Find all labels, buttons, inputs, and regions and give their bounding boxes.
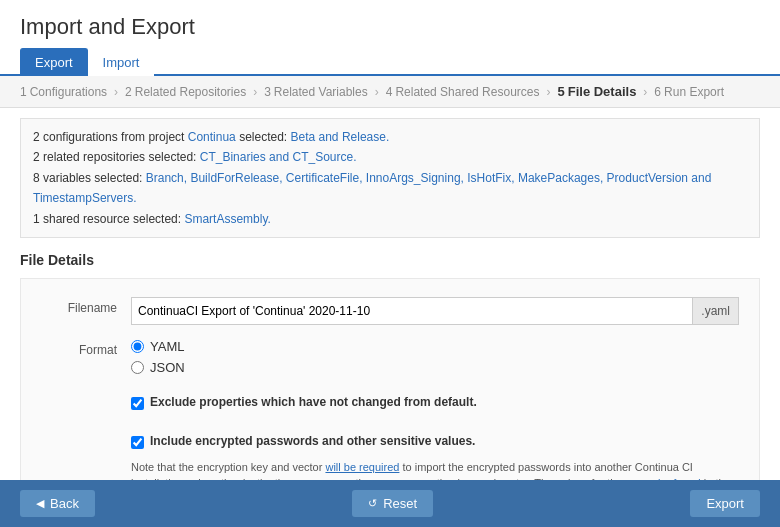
footer-bar: ◀ Back ↺ Reset Export bbox=[0, 480, 780, 527]
step-run-export: 6 Run Export bbox=[654, 85, 724, 99]
steps-bar: 1 Configurations › 2 Related Repositorie… bbox=[0, 76, 780, 108]
radio-json-label: JSON bbox=[150, 360, 185, 375]
arrow-2: › bbox=[253, 85, 257, 99]
step-file-details: 5 File Details bbox=[557, 84, 636, 99]
exclude-props-label: Exclude properties which have not change… bbox=[150, 395, 477, 409]
back-icon: ◀ bbox=[36, 497, 44, 510]
summary-line3: 8 variables selected: Branch, BuildForRe… bbox=[33, 168, 747, 209]
radio-yaml-row: YAML bbox=[131, 339, 739, 354]
filename-label: Filename bbox=[41, 297, 131, 315]
step-related-repos: 2 Related Repositories bbox=[125, 85, 246, 99]
exclude-props-row: Exclude properties which have not change… bbox=[131, 395, 739, 410]
radio-yaml-label: YAML bbox=[150, 339, 184, 354]
tab-import[interactable]: Import bbox=[88, 48, 155, 76]
radio-json-row: JSON bbox=[131, 360, 739, 375]
summary-box: 2 configurations from project Continua s… bbox=[20, 118, 760, 238]
checkbox1-row: Exclude properties which have not change… bbox=[41, 395, 739, 420]
summary-line2: 2 related repositories selected: CT_Bina… bbox=[33, 147, 747, 167]
tabs-bar: Export Import bbox=[0, 48, 780, 76]
radio-json[interactable] bbox=[131, 361, 144, 374]
arrow-5: › bbox=[643, 85, 647, 99]
tab-export[interactable]: Export bbox=[20, 48, 88, 76]
arrow-4: › bbox=[546, 85, 550, 99]
section-title: File Details bbox=[20, 252, 760, 268]
format-label: Format bbox=[41, 339, 131, 357]
reset-icon: ↺ bbox=[368, 497, 377, 510]
step-related-vars: 3 Related Variables bbox=[264, 85, 368, 99]
filename-control: .yaml bbox=[131, 297, 739, 325]
summary-line4: 1 shared resource selected: SmartAssembl… bbox=[33, 209, 747, 229]
filename-input[interactable] bbox=[131, 297, 693, 325]
exclude-props-checkbox[interactable] bbox=[131, 397, 144, 410]
format-control: YAML JSON bbox=[131, 339, 739, 381]
radio-yaml[interactable] bbox=[131, 340, 144, 353]
back-button[interactable]: ◀ Back bbox=[20, 490, 95, 517]
summary-line1: 2 configurations from project Continua s… bbox=[33, 127, 747, 147]
filename-row: Filename .yaml bbox=[41, 297, 739, 325]
arrow-1: › bbox=[114, 85, 118, 99]
step-configurations: 1 Configurations bbox=[20, 85, 107, 99]
include-passwords-row: Include encrypted passwords and other se… bbox=[131, 434, 739, 449]
include-passwords-label: Include encrypted passwords and other se… bbox=[150, 434, 475, 448]
filename-ext: .yaml bbox=[693, 297, 739, 325]
page-title: Import and Export bbox=[0, 0, 780, 48]
reset-button[interactable]: ↺ Reset bbox=[352, 490, 433, 517]
export-button[interactable]: Export bbox=[690, 490, 760, 517]
include-passwords-checkbox[interactable] bbox=[131, 436, 144, 449]
format-row: Format YAML JSON bbox=[41, 339, 739, 381]
step-shared-resources: 4 Related Shared Resources bbox=[386, 85, 540, 99]
arrow-3: › bbox=[375, 85, 379, 99]
